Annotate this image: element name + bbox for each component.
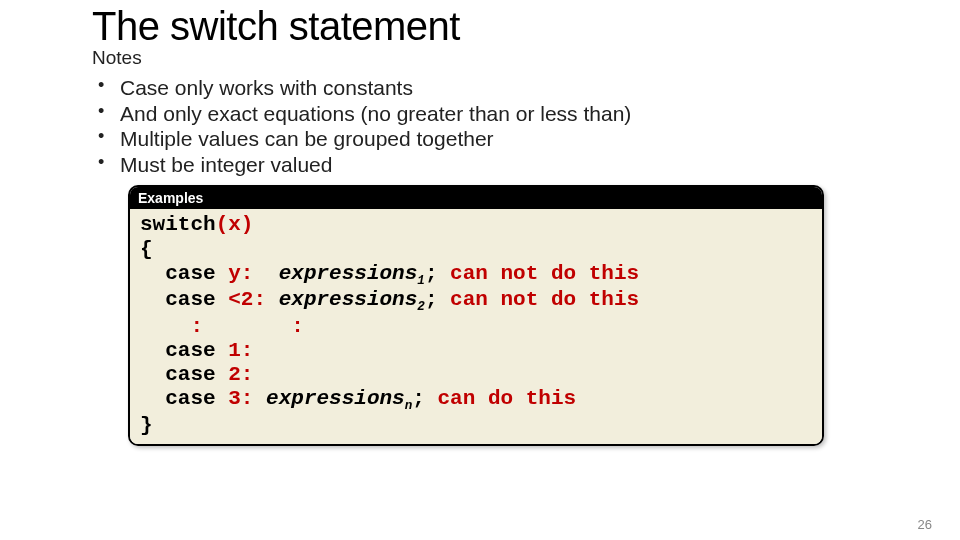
brace-close: } bbox=[140, 414, 153, 437]
vertical-dots: : bbox=[190, 315, 203, 338]
page-number: 26 bbox=[918, 517, 932, 532]
list-item: Case only works with constants bbox=[92, 75, 960, 101]
code-header: Examples bbox=[130, 187, 822, 209]
expression: expressions1 bbox=[279, 262, 425, 285]
slide-title: The switch statement bbox=[92, 4, 960, 49]
keyword-case: case bbox=[165, 363, 215, 386]
list-item: Multiple values can be grouped together bbox=[92, 126, 960, 152]
case-val-2: 2 bbox=[228, 363, 241, 386]
note-can: can do this bbox=[437, 387, 576, 410]
case-val-y: y bbox=[228, 262, 241, 285]
note-cannot: can not do this bbox=[450, 288, 639, 311]
semicolon: ; bbox=[425, 288, 438, 311]
paren-close: ) bbox=[241, 213, 254, 236]
code-body: switch(x) { case y: expressions1; can no… bbox=[130, 209, 822, 444]
case-val-lt2: <2 bbox=[228, 288, 253, 311]
colon: : bbox=[241, 262, 254, 285]
semicolon: ; bbox=[412, 387, 425, 410]
keyword-case: case bbox=[165, 339, 215, 362]
keyword-case: case bbox=[165, 387, 215, 410]
case-val-1: 1 bbox=[228, 339, 241, 362]
var-x: x bbox=[228, 213, 241, 236]
semicolon: ; bbox=[425, 262, 438, 285]
brace-open: { bbox=[140, 238, 153, 261]
keyword-case: case bbox=[165, 288, 215, 311]
expression: expressions2 bbox=[279, 288, 425, 311]
list-item: And only exact equations (no greater tha… bbox=[92, 101, 960, 127]
paren-open: ( bbox=[216, 213, 229, 236]
colon: : bbox=[241, 387, 254, 410]
colon: : bbox=[253, 288, 266, 311]
note-cannot: can not do this bbox=[450, 262, 639, 285]
bullet-list: Case only works with constants And only … bbox=[92, 75, 960, 177]
keyword-switch: switch bbox=[140, 213, 216, 236]
vertical-dots: : bbox=[291, 315, 304, 338]
colon: : bbox=[241, 339, 254, 362]
expression: expressionsn bbox=[266, 387, 412, 410]
code-example-box: Examples switch(x) { case y: expressions… bbox=[128, 185, 824, 446]
case-val-3: 3 bbox=[228, 387, 241, 410]
list-item: Must be integer valued bbox=[92, 152, 960, 178]
keyword-case: case bbox=[165, 262, 215, 285]
slide-subtitle: Notes bbox=[92, 47, 960, 69]
colon: : bbox=[241, 363, 254, 386]
